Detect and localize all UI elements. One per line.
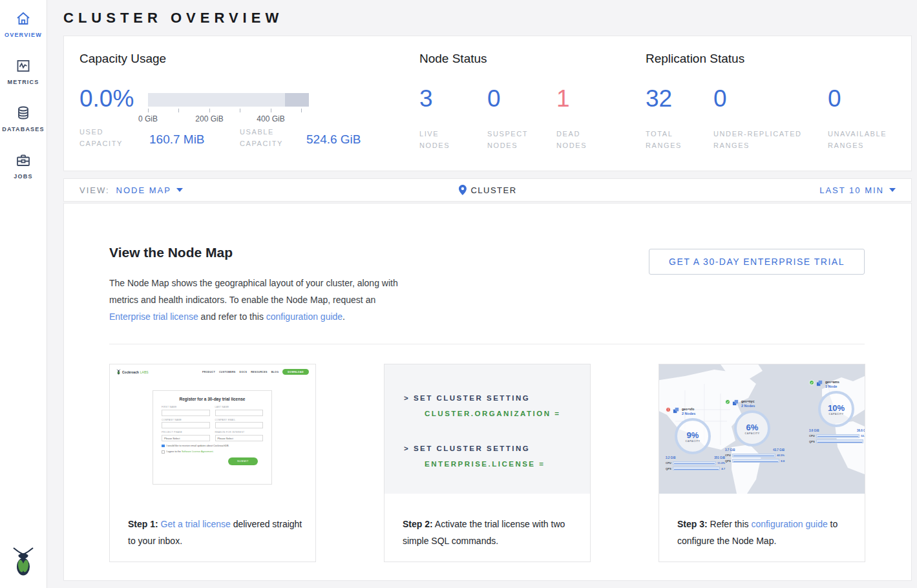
- view-dropdown-value: NODE MAP: [116, 185, 171, 195]
- sidebar-item-label: OVERVIEW: [5, 32, 42, 38]
- capacity-tick: [301, 109, 302, 112]
- gauge-percent: 9%: [687, 430, 699, 440]
- enterprise-trial-license-link[interactable]: Enterprise trial license: [109, 311, 198, 322]
- qps-label: QPS: [809, 440, 815, 443]
- capacity-total: 351 GiB: [714, 456, 725, 459]
- locality-nyc: ✓ geo=nyc 2 Nodes 6% CAPACITY: [725, 399, 785, 463]
- capacity-tick: [240, 109, 240, 112]
- cpu-sparkline: [816, 434, 859, 438]
- step1-prefix: Step 1:: [128, 519, 158, 529]
- locality-ams: ✓ geo=ams 1 Node 10% CAPACITY: [809, 380, 865, 443]
- mini-checkbox-label: I agree to the Software License Agreemen…: [167, 450, 214, 453]
- mini-site-form-title: Register for a 30-day trial license: [162, 397, 263, 401]
- step3-pre-link: Refer this: [708, 519, 752, 529]
- live-nodes-value: 3: [419, 85, 433, 112]
- database-icon: [15, 105, 32, 121]
- cpu-value: 42.5%: [777, 454, 785, 457]
- step1-preview-image: Cockroach LABS PRODUCT CUSTOMERS DOCS RE…: [110, 364, 315, 494]
- mini-input: [215, 410, 264, 416]
- location-pin-icon: [458, 185, 466, 195]
- metrics-icon: [15, 58, 32, 74]
- sidebar-item-databases[interactable]: DATABASES: [2, 105, 44, 132]
- locality-node-count: 1 Node: [825, 384, 839, 389]
- mini-checkbox-label: I would like to receive email updates ab…: [167, 445, 229, 447]
- gauge-label: CAPACITY: [685, 440, 700, 443]
- suspect-nodes-label: SUSPECT NODES: [487, 128, 539, 151]
- capacity-gauge: 9% CAPACITY: [675, 418, 711, 454]
- total-ranges-label: TOTAL RANGES: [646, 128, 697, 151]
- dead-nodes-value: 1: [556, 85, 570, 112]
- qps-sparkline: [673, 467, 720, 470]
- gauge-percent: 10%: [828, 403, 845, 413]
- qps-label: QPS: [666, 467, 671, 470]
- cpu-label: CPU: [725, 454, 731, 457]
- sql-prompt-line: > SET CLUSTER SETTING: [404, 445, 530, 452]
- mini-input: [162, 422, 210, 428]
- location-breadcrumb: CLUSTER: [458, 179, 516, 201]
- node-map-card: View the Node Map The Node Map shows the…: [63, 203, 912, 581]
- capacity-bar: [148, 93, 309, 107]
- sidebar-item-metrics[interactable]: METRICS: [8, 58, 39, 85]
- usable-capacity-label: USABLE CAPACITY: [240, 126, 299, 149]
- sidebar-item-overview[interactable]: OVERVIEW: [5, 10, 42, 38]
- locality-node-count: 2 Nodes: [682, 412, 695, 416]
- mini-site-logo-suffix: LABS: [140, 370, 149, 374]
- configuration-guide-link[interactable]: configuration guide: [266, 311, 343, 322]
- view-label: VIEW:: [79, 185, 110, 195]
- view-bar: VIEW: NODE MAP CLUSTER LAST 10 MIN: [63, 178, 912, 202]
- under-replicated-ranges-label: UNDER-REPLICATED RANGES: [713, 128, 820, 151]
- description-text: and refer to this: [198, 311, 266, 322]
- mini-site-logo-text: Cockroach: [122, 370, 139, 374]
- chevron-down-icon: [176, 188, 183, 192]
- capacity-total: 43.7 GiB: [773, 448, 785, 452]
- unavailable-ranges-value: 0: [828, 85, 841, 112]
- time-range-dropdown[interactable]: LAST 10 MIN: [819, 185, 911, 195]
- cpu-label: CPU: [666, 461, 671, 465]
- mini-site-nav-item: PRODUCT: [202, 371, 215, 373]
- cpu-value: 53.3%: [861, 434, 865, 437]
- capacity-usage-title: Capacity Usage: [79, 52, 166, 66]
- view-dropdown[interactable]: NODE MAP: [116, 185, 183, 195]
- configuration-guide-link[interactable]: configuration guide: [751, 519, 827, 529]
- cpu-value: 11.0%: [717, 461, 725, 465]
- mini-submit-button: SUBMIT: [228, 457, 258, 465]
- gauge-label: CAPACITY: [828, 413, 843, 415]
- capacity-tick-label: 400 GiB: [257, 114, 284, 123]
- mini-site-nav-item: RESOURCES: [251, 371, 267, 373]
- sql-prompt-line: > SET CLUSTER SETTING: [404, 394, 530, 402]
- capacity-bar-unusable-segment: [285, 93, 309, 107]
- step2-text: Step 2: Activate the trial license with …: [403, 516, 585, 549]
- checkbox-empty-icon: [162, 450, 165, 454]
- qps-sparkline: [816, 439, 863, 443]
- step1-card: Cockroach LABS PRODUCT CUSTOMERS DOCS RE…: [109, 364, 316, 562]
- mini-select: Please Select: [162, 435, 210, 441]
- capacity-tick: [178, 109, 179, 112]
- step2-card: > SET CLUSTER SETTING CLUSTER.ORGANIZATI…: [384, 364, 591, 562]
- locality-node-count: 2 Nodes: [741, 404, 755, 408]
- get-trial-license-link[interactable]: Get a trial license: [161, 519, 231, 529]
- sidebar: OVERVIEW METRICS DATABASES: [0, 0, 47, 588]
- nodes-cube-icon: [732, 399, 739, 406]
- nodes-cube-icon: [673, 407, 680, 414]
- qps-sparkline: [732, 459, 779, 463]
- sidebar-item-jobs[interactable]: JOBS: [14, 152, 32, 180]
- under-replicated-ranges-value: 0: [713, 85, 727, 112]
- sql-setting-line: ENTERPRISE.LICENSE =: [425, 460, 545, 468]
- total-ranges-value: 32: [646, 85, 672, 112]
- sidebar-item-label: DATABASES: [2, 126, 44, 132]
- cockroachdb-logo: [11, 547, 36, 579]
- description-text: .: [343, 311, 345, 322]
- cpu-sparkline: [673, 461, 716, 465]
- capacity-gauge: 10% CAPACITY: [818, 391, 854, 427]
- mini-field-label: COMPANY EMAIL: [215, 419, 264, 421]
- mini-field-label: REASON FOR INTEREST: [215, 431, 264, 434]
- nodes-cube-icon: [816, 380, 823, 387]
- step3-card: ! geo=sfo 2 Nodes 9% CAPACITY: [659, 364, 865, 562]
- capacity-percent: 0.0%: [79, 85, 134, 112]
- locality-name: geo=nyc: [741, 399, 755, 404]
- step3-prefix: Step 3:: [677, 519, 708, 529]
- locality-name: geo=ams: [825, 380, 839, 384]
- cluster-summary-card: Capacity Usage 0.0% 0 GiB 200 GiB 400 Gi…: [63, 36, 912, 171]
- description-text: The Node Map shows the geographical layo…: [109, 278, 398, 305]
- enterprise-trial-button[interactable]: GET A 30-DAY ENTERPRISE TRIAL: [649, 249, 865, 275]
